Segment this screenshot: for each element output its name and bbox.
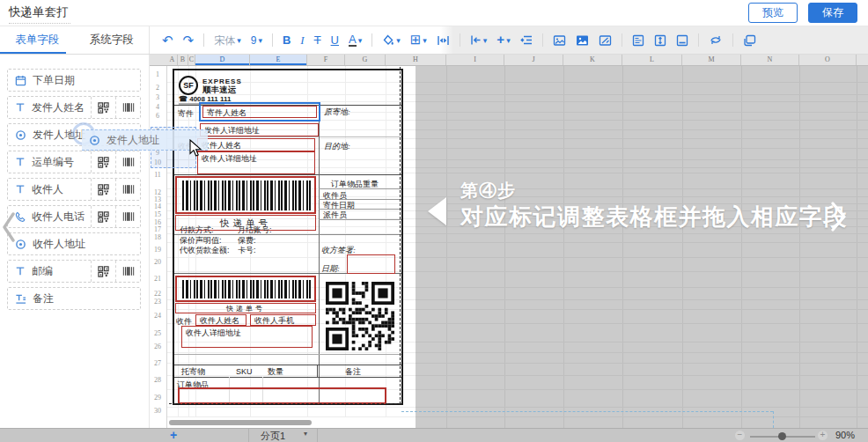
fill-color-button[interactable] xyxy=(382,33,401,48)
column-header-G[interactable]: G xyxy=(345,55,386,65)
sidebar-item-7[interactable]: 收件人地址 xyxy=(7,232,141,255)
recv2-phone-field[interactable]: 收件人手机 xyxy=(250,314,316,326)
row-header-14[interactable]: 14 xyxy=(150,203,166,210)
barcode-button[interactable] xyxy=(115,261,140,282)
barcode2-field[interactable] xyxy=(175,276,316,302)
font-select[interactable]: 宋体 xyxy=(214,33,241,48)
items-field[interactable] xyxy=(178,387,386,404)
copy-button[interactable] xyxy=(743,34,756,47)
zoom-out-button[interactable]: − xyxy=(735,431,745,440)
column-header-J[interactable]: J xyxy=(504,55,563,65)
doc-vertical-button[interactable] xyxy=(654,34,666,47)
preview-button[interactable]: 预览 xyxy=(748,3,798,23)
column-header-K[interactable]: K xyxy=(563,55,622,65)
row-header-4[interactable]: 4 xyxy=(150,103,166,111)
chevron-down-icon[interactable]: ▾ xyxy=(304,430,307,438)
column-header-O[interactable]: O xyxy=(799,55,857,65)
row-header-2[interactable]: 2 xyxy=(150,84,166,92)
strikethrough-button[interactable]: T xyxy=(314,33,321,48)
row-header-21[interactable]: 21 xyxy=(150,275,166,283)
undo-icon[interactable] xyxy=(162,33,173,48)
image-button[interactable] xyxy=(553,34,566,47)
row-header-22[interactable]: 22 xyxy=(150,290,166,298)
qr-button[interactable] xyxy=(91,179,115,200)
selected-field-outline[interactable]: 寄件人姓名 xyxy=(199,102,320,122)
waybill2-no-field[interactable]: 快递单号 xyxy=(175,303,316,313)
horizontal-scrollbar[interactable] xyxy=(169,420,312,425)
row-header-28[interactable]: 28 xyxy=(150,376,166,384)
insert-button[interactable] xyxy=(497,33,510,48)
recv2-addr-field[interactable]: 收件人详细地址 xyxy=(181,326,313,348)
row-header-25[interactable]: 25 xyxy=(150,329,166,337)
row-header-27[interactable]: 27 xyxy=(150,359,166,367)
row-header-6[interactable]: 6 xyxy=(150,112,166,120)
font-size-select[interactable]: 9 xyxy=(251,33,262,48)
sidebar-item-2[interactable]: 发件人姓名 xyxy=(7,96,141,119)
barcode-button[interactable] xyxy=(115,206,140,227)
row-header-18[interactable]: 18 xyxy=(150,233,166,241)
indent-button[interactable] xyxy=(520,34,533,46)
column-header-C[interactable]: C xyxy=(188,55,195,65)
barcode-button[interactable] xyxy=(115,179,140,200)
qr-button[interactable] xyxy=(91,97,115,118)
bold-button[interactable]: B xyxy=(283,33,291,48)
row-header-24[interactable]: 24 xyxy=(150,312,166,320)
collapse-sidebar-icon[interactable] xyxy=(1,211,17,243)
tab-form-fields[interactable]: 表单字段 xyxy=(0,26,75,54)
column-header-H[interactable]: H xyxy=(386,55,446,65)
sidebar-item-6[interactable]: 收件人电话 xyxy=(7,205,141,228)
merge-cells-button[interactable] xyxy=(437,34,450,47)
font-color-button[interactable]: A xyxy=(349,33,362,48)
row-header-26[interactable]: 26 xyxy=(150,343,166,350)
recv-addr-field[interactable]: 收件人详细地址 xyxy=(197,151,315,174)
column-header-I[interactable]: I xyxy=(446,55,504,65)
prev-step-arrow[interactable] xyxy=(428,197,446,225)
column-header-N[interactable]: N xyxy=(741,55,799,65)
row-header-3[interactable]: 3 xyxy=(150,93,166,101)
zoom-slider-handle[interactable] xyxy=(778,432,786,440)
sidebar-item-4[interactable]: 运单编号 xyxy=(7,151,141,173)
image-filled-button[interactable] xyxy=(576,34,589,47)
barcode-button[interactable] xyxy=(115,97,140,118)
row-header-29[interactable]: 29 xyxy=(150,394,166,401)
row-header-20[interactable]: 20 xyxy=(150,258,166,266)
sidebar-item-8[interactable]: 邮编 xyxy=(7,260,141,283)
zoom-in-button[interactable]: + xyxy=(818,431,828,440)
barcode-button[interactable] xyxy=(115,151,140,173)
redo-icon[interactable] xyxy=(183,33,195,48)
row-header-17[interactable]: 17 xyxy=(150,225,166,233)
row-header-11[interactable]: 11 xyxy=(150,171,166,179)
qr-button[interactable] xyxy=(91,206,115,227)
row-header-30[interactable]: 30 xyxy=(150,407,166,415)
italic-button[interactable]: I xyxy=(300,33,304,48)
doc-align-button[interactable] xyxy=(632,34,644,47)
row-header-19[interactable]: 19 xyxy=(150,246,166,254)
row-header-23[interactable]: 23 xyxy=(150,298,166,306)
qr-button[interactable] xyxy=(91,261,115,282)
tab-system-fields[interactable]: 系统字段 xyxy=(75,26,150,54)
column-header-A[interactable]: A xyxy=(167,55,178,65)
sheet-tab[interactable]: 分页1 xyxy=(261,430,285,442)
qr-button[interactable] xyxy=(91,151,115,173)
save-button[interactable]: 保存 xyxy=(808,3,857,23)
next-step-arrow[interactable] xyxy=(828,201,848,232)
recv-name-field[interactable]: 收件人姓名 xyxy=(197,138,315,151)
refresh-button[interactable] xyxy=(709,34,723,46)
date-field[interactable] xyxy=(347,254,395,274)
column-header-F[interactable]: F xyxy=(307,55,345,65)
sidebar-item-9[interactable]: 备注 xyxy=(7,287,141,310)
align-button[interactable] xyxy=(470,33,488,48)
doc-layout-button[interactable] xyxy=(676,34,688,47)
sender-name-field[interactable]: 寄件人姓名 xyxy=(202,106,317,118)
row-header-1[interactable]: 1 xyxy=(150,70,166,78)
column-header-D[interactable]: D xyxy=(195,55,250,65)
sender-addr-field[interactable]: 发件人详细地址 xyxy=(200,123,319,136)
underline-button[interactable]: U xyxy=(331,33,339,48)
barcode-field[interactable] xyxy=(175,176,316,214)
column-header-M[interactable]: M xyxy=(682,55,741,65)
sidebar-item-5[interactable]: 收件人 xyxy=(7,178,141,201)
column-header-E[interactable]: E xyxy=(250,55,307,65)
column-header-B[interactable]: B xyxy=(178,55,188,65)
borders-button[interactable] xyxy=(410,33,427,48)
image-stamp-button[interactable] xyxy=(599,34,612,47)
